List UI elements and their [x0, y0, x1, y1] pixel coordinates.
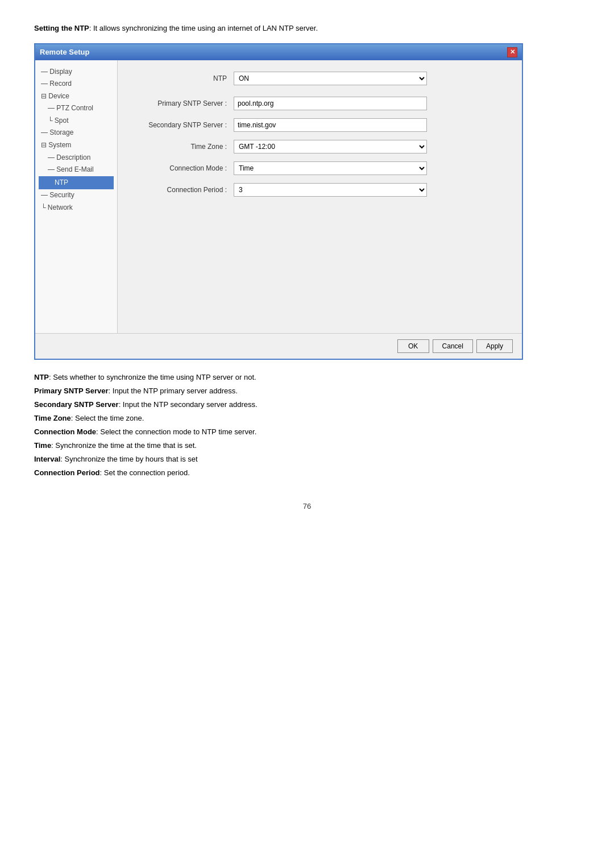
sidebar-item-record[interactable]: — Record — [39, 78, 114, 90]
remote-setup-dialog: Remote Setup ✕ — Display — Record ⊟ Devi… — [34, 43, 523, 360]
sidebar-item-display[interactable]: — Display — [39, 66, 114, 78]
sidebar-item-network[interactable]: └ Network — [39, 202, 114, 214]
sidebar-item-ntp[interactable]: NTP — [39, 176, 114, 190]
connperiod-row: Connection Period : 1 2 3 4 5 6 — [131, 183, 508, 197]
secondary-sntp-input-wrap — [234, 118, 427, 132]
sidebar-item-ptz[interactable]: — PTZ Control — [39, 102, 114, 115]
intro-paragraph: Setting the NTP: It allows synchronizing… — [34, 23, 580, 34]
secondary-sntp-input[interactable] — [234, 118, 427, 132]
sidebar-item-system[interactable]: ⊟ System — [39, 139, 114, 152]
connmode-select-wrap: Time Interval — [234, 161, 427, 175]
desc-timezone: Time Zone: Select the time zone. — [34, 412, 580, 425]
dialog-title: Remote Setup — [40, 48, 89, 56]
main-content: NTP ON OFF Primary SNTP Server : Seconda… — [118, 60, 522, 333]
sidebar-item-sendemail[interactable]: — Send E-Mail — [39, 164, 114, 176]
timezone-select[interactable]: GMT -12:00 GMT -11:00 GMT -10:00 GMT -9:… — [234, 140, 427, 153]
connperiod-select[interactable]: 1 2 3 4 5 6 — [234, 183, 427, 197]
secondary-sntp-label: Secondary SNTP Server : — [131, 121, 234, 129]
connmode-select[interactable]: Time Interval — [234, 161, 427, 175]
ntp-select[interactable]: ON OFF — [234, 72, 427, 85]
desc-interval: Interval: Synchronize the time by hours … — [34, 453, 580, 466]
primary-sntp-input-wrap — [234, 97, 427, 110]
timezone-row: Time Zone : GMT -12:00 GMT -11:00 GMT -1… — [131, 140, 508, 153]
sidebar-item-storage[interactable]: — Storage — [39, 127, 114, 139]
desc-connperiod: Connection Period: Set the connection pe… — [34, 467, 580, 479]
dialog-titlebar: Remote Setup ✕ — [35, 44, 522, 60]
descriptions: NTP: Sets whether to synchronize the tim… — [34, 371, 580, 480]
intro-text: : It allows synchronizing the time using… — [89, 24, 318, 32]
dialog-body: — Display — Record ⊟ Device — PTZ Contro… — [35, 60, 522, 333]
desc-time: Time: Synchronize the time at the time t… — [34, 439, 580, 452]
ntp-row: NTP ON OFF — [131, 72, 508, 85]
sidebar-item-description[interactable]: — Description — [39, 152, 114, 164]
connperiod-label: Connection Period : — [131, 186, 234, 194]
secondary-sntp-row: Secondary SNTP Server : — [131, 118, 508, 132]
close-button[interactable]: ✕ — [507, 47, 517, 57]
timezone-select-wrap: GMT -12:00 GMT -11:00 GMT -10:00 GMT -9:… — [234, 140, 427, 153]
desc-ntp: NTP: Sets whether to synchronize the tim… — [34, 371, 580, 384]
intro-bold: Setting the NTP — [34, 24, 89, 32]
desc-secondary: Secondary SNTP Server: Input the NTP sec… — [34, 398, 580, 411]
sidebar: — Display — Record ⊟ Device — PTZ Contro… — [35, 60, 118, 333]
desc-primary: Primary SNTP Server: Input the NTP prima… — [34, 385, 580, 397]
apply-button[interactable]: Apply — [476, 339, 513, 353]
page-number: 76 — [34, 502, 580, 510]
ntp-select-wrap: ON OFF — [234, 72, 427, 85]
dialog-footer: OK Cancel Apply — [35, 333, 522, 359]
connmode-row: Connection Mode : Time Interval — [131, 161, 508, 175]
ok-button[interactable]: OK — [397, 339, 429, 353]
connmode-label: Connection Mode : — [131, 164, 234, 172]
connperiod-select-wrap: 1 2 3 4 5 6 — [234, 183, 427, 197]
desc-connmode: Connection Mode: Select the connection m… — [34, 426, 580, 438]
sidebar-item-spot[interactable]: └ Spot — [39, 115, 114, 127]
sidebar-item-security[interactable]: — Security — [39, 189, 114, 202]
sidebar-item-device[interactable]: ⊟ Device — [39, 90, 114, 103]
primary-sntp-input[interactable] — [234, 97, 427, 110]
cancel-button[interactable]: Cancel — [433, 339, 473, 353]
primary-sntp-row: Primary SNTP Server : — [131, 97, 508, 110]
timezone-label: Time Zone : — [131, 143, 234, 151]
primary-sntp-label: Primary SNTP Server : — [131, 99, 234, 107]
ntp-label: NTP — [131, 74, 234, 82]
